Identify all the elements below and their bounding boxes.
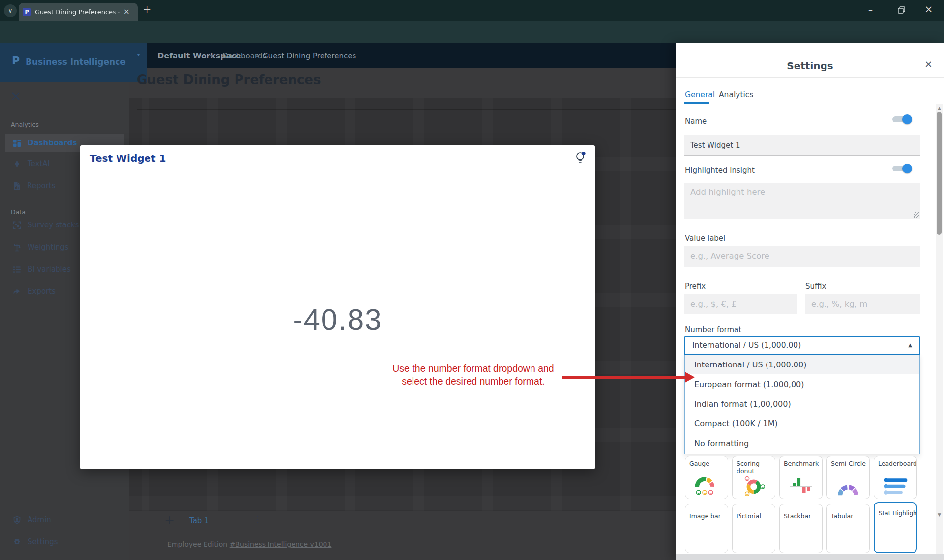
tab-analytics[interactable]: Analytics — [719, 90, 753, 99]
highlight-textarea[interactable] — [684, 183, 920, 219]
browser-tab[interactable]: P Guest Dining Preferences - Que × — [19, 3, 138, 21]
widget-preview-card: Test Widget 1 -40.83 — [80, 145, 595, 469]
widget-type-label: Semi-Circle — [831, 460, 866, 467]
sidebar-item-label: Exports — [28, 287, 56, 296]
dropdown-option-indian[interactable]: Indian format (1,00,000) — [685, 394, 919, 414]
chevron-down-icon: ∨ — [8, 8, 13, 14]
dropdown-option-international[interactable]: International / US (1,000.00) — [685, 355, 919, 374]
toggle-knob — [902, 164, 912, 173]
annotation-arrow — [562, 376, 686, 379]
panel-bottom-strip — [676, 554, 944, 560]
survey-stacks-icon — [13, 221, 21, 229]
widget-type-benchmark[interactable]: Benchmark — [779, 456, 823, 499]
widget-type-label: Tabular — [831, 512, 853, 520]
widget-type-image-bar[interactable]: Image bar — [685, 504, 728, 553]
highlighted-insight-label: Highlighted insight — [685, 166, 755, 175]
value-label-input[interactable] — [684, 246, 920, 267]
weightings-icon — [13, 243, 21, 252]
widget-type-leaderboard[interactable]: Leaderboard — [874, 456, 917, 499]
widget-type-label: Image bar — [689, 512, 721, 520]
widget-type-label: Pictorial — [737, 512, 761, 520]
tabbar-divider — [269, 512, 269, 533]
scroll-down-icon[interactable]: ▼ — [936, 513, 943, 517]
gauge-icon — [691, 475, 722, 497]
sidebar-item-label: TextAI — [28, 159, 50, 168]
new-tab-button[interactable]: + — [143, 4, 151, 15]
widget-type-label: Scoring donut — [737, 460, 775, 475]
number-format-label: Number format — [685, 325, 741, 334]
widget-type-gauge[interactable]: Gauge — [685, 456, 728, 499]
annotation-line-2: select the desired number format. — [386, 375, 560, 388]
highlighted-insight-toggle[interactable] — [892, 164, 912, 173]
edition-footer: Employee Edition #Business Intelligence … — [167, 540, 331, 548]
sidebar-item-settings[interactable]: Settings — [5, 532, 124, 551]
caret-up-icon: ▲ — [908, 343, 912, 348]
name-toggle[interactable] — [892, 114, 912, 124]
workspace-caret-down-icon[interactable]: ▾ — [210, 53, 213, 59]
sidebar-item-label: Dashboards — [28, 139, 77, 147]
sidebar-item-label: Settings — [28, 537, 58, 546]
textarea-resize-handle-icon[interactable] — [914, 212, 919, 218]
tabbar-bottom-border — [157, 534, 676, 534]
annotation-text: Use the number format dropdown and selec… — [386, 362, 560, 388]
widget-type-label: Stat Highlight — [879, 510, 917, 517]
sidebar-brand-header: P Business Intelligence ▾ — [0, 43, 148, 82]
settings-title: Settings — [676, 60, 944, 72]
settings-panel: Settings × General Analytics Name Highli… — [676, 43, 944, 560]
widget-type-label: Leaderboard — [878, 460, 917, 467]
scoring-donut-icon — [738, 475, 769, 497]
dropdown-option-compact[interactable]: Compact (100K / 1M) — [685, 414, 919, 433]
dropdown-option-european[interactable]: European format (1.000,00) — [685, 374, 919, 394]
widget-value: -40.83 — [80, 303, 595, 336]
dashboard-tab-1[interactable]: Tab 1 — [189, 516, 209, 525]
widget-type-tabular[interactable]: Tabular — [826, 504, 870, 553]
toggle-knob — [902, 114, 912, 124]
insight-bulb-icon[interactable] — [574, 150, 587, 166]
name-input[interactable] — [684, 135, 920, 156]
widget-type-label: Gauge — [689, 460, 709, 467]
widget-type-semi-circle[interactable]: Semi-Circle — [826, 456, 870, 499]
window-minimize-button[interactable]: – — [868, 4, 873, 15]
bi-logo: P — [12, 55, 20, 67]
settings-close-icon[interactable]: × — [924, 59, 933, 69]
dropdown-option-no-formatting[interactable]: No formatting — [685, 433, 919, 453]
prefix-label: Prefix — [685, 282, 706, 291]
tab-title: Guest Dining Preferences - Que — [35, 8, 122, 16]
questionpro-favicon: P — [23, 8, 31, 16]
add-tab-icon[interactable]: + — [164, 514, 175, 526]
number-format-dropdown: International / US (1,000.00) European f… — [684, 355, 920, 454]
window-restore-button[interactable] — [898, 6, 905, 16]
annotation-arrow-head-icon — [685, 372, 695, 383]
suffix-input[interactable] — [805, 294, 920, 314]
sidebar-item-label: Survey stacks — [28, 221, 79, 229]
dashboards-icon — [13, 139, 21, 147]
version-link[interactable]: #Business Intelligence v1001 — [230, 540, 332, 548]
prefix-input[interactable] — [684, 294, 797, 314]
scroll-up-icon[interactable]: ▲ — [936, 106, 943, 111]
sidebar-item-label: Admin — [28, 515, 51, 524]
sidebar-item-admin[interactable]: Admin — [5, 510, 124, 529]
tab-search-button[interactable]: ∨ — [4, 4, 17, 17]
sidebar-close-icon[interactable] — [11, 91, 21, 103]
textai-icon — [13, 160, 21, 168]
tab-general[interactable]: General — [685, 90, 715, 99]
settings-tabs-divider — [676, 104, 944, 104]
breadcrumb-current: Guest Dining Preferences — [263, 52, 356, 60]
widget-type-label: Stackbar — [784, 512, 811, 520]
number-format-select[interactable]: International / US (1,000.00) ▲ — [684, 336, 920, 355]
widget-type-scoring-donut[interactable]: Scoring donut — [732, 456, 775, 499]
widget-type-stat-highlight[interactable]: Stat Highlight — [874, 502, 917, 553]
tab-close-icon[interactable]: × — [123, 7, 130, 16]
benchmark-icon — [786, 476, 816, 497]
exports-icon — [13, 287, 21, 296]
tab-menu-dots-icon[interactable]: ⋮ — [253, 515, 262, 524]
window-close-button[interactable]: × — [924, 3, 933, 15]
settings-header-divider — [676, 77, 944, 78]
widget-type-stackbar[interactable]: Stackbar — [779, 504, 823, 553]
panel-scrollbar-thumb[interactable] — [937, 112, 942, 235]
admin-icon — [13, 516, 21, 524]
settings-gear-icon — [13, 538, 21, 546]
widget-title: Test Widget 1 — [90, 152, 166, 164]
widget-type-pictorial[interactable]: Pictorial — [732, 504, 775, 553]
sidebar-section-analytics: Analytics — [11, 121, 39, 128]
